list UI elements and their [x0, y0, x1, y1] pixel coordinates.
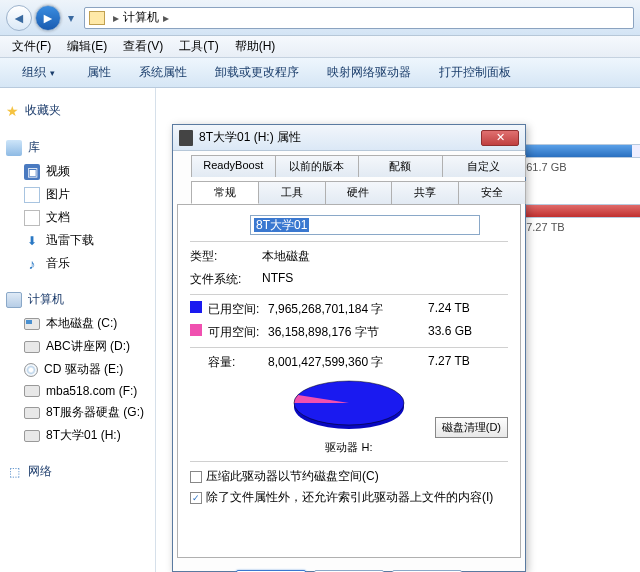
libraries-header[interactable]: 库 — [6, 139, 149, 156]
menu-tools[interactable]: 工具(T) — [171, 36, 226, 57]
drive-icon — [24, 430, 40, 442]
computer-header[interactable]: 计算机 — [6, 291, 149, 308]
tab-security[interactable]: 安全 — [458, 181, 526, 204]
organize-button[interactable]: 组织 — [8, 60, 73, 85]
lib-music[interactable]: ♪音乐 — [6, 252, 149, 275]
fs-value: NTFS — [262, 271, 293, 288]
drive-g[interactable]: 8T服务器硬盘 (G:) — [6, 401, 149, 424]
usage-pie: 磁盘清理(D) — [190, 377, 508, 438]
tab-readyboost[interactable]: ReadyBoost — [191, 155, 276, 177]
menu-help[interactable]: 帮助(H) — [227, 36, 284, 57]
tab-quota[interactable]: 配额 — [358, 155, 443, 177]
dialog-titlebar[interactable]: 8T大学01 (H:) 属性 ✕ — [173, 125, 525, 151]
picture-icon — [24, 187, 40, 203]
properties-button[interactable]: 属性 — [73, 60, 125, 85]
ctrlpanel-button[interactable]: 打开控制面板 — [425, 60, 525, 85]
menu-bar: 文件(F) 编辑(E) 查看(V) 工具(T) 帮助(H) — [0, 36, 640, 58]
used-swatch — [190, 301, 202, 313]
chevron-right-icon: ▸ — [159, 11, 173, 25]
navigation-pane: ★收藏夹 库 ▣视频 图片 文档 ⬇迅雷下载 ♪音乐 计算机 本地磁盘 (C:)… — [0, 88, 156, 572]
breadcrumb[interactable]: 计算机 — [123, 9, 159, 26]
fs-label: 文件系统: — [190, 271, 262, 288]
compress-checkbox-row[interactable]: 压缩此驱动器以节约磁盘空间(C) — [190, 468, 508, 485]
cap-human: 7.27 TB — [428, 354, 494, 371]
properties-dialog: 8T大学01 (H:) 属性 ✕ ReadyBoost 以前的版本 配额 自定义… — [172, 124, 526, 572]
used-label: 已用空间: — [208, 301, 268, 318]
library-icon — [6, 140, 22, 156]
drive-f[interactable]: mba518.com (F:) — [6, 381, 149, 401]
tab-custom[interactable]: 自定义 — [442, 155, 527, 177]
dialog-buttons: 确定 取消 应用(A) — [173, 562, 525, 572]
drive-icon — [24, 385, 40, 397]
address-bar[interactable]: ▸ 计算机 ▸ — [84, 7, 634, 29]
used-bytes: 7,965,268,701,184 字 — [268, 301, 428, 318]
drive-icon — [179, 130, 193, 146]
drive-e[interactable]: CD 驱动器 (E:) — [6, 358, 149, 381]
star-icon: ★ — [6, 103, 19, 119]
cd-icon — [24, 363, 38, 377]
tab-general[interactable]: 常规 — [191, 181, 259, 204]
tab-row-bottom: 常规 工具 硬件 共享 安全 — [173, 181, 525, 204]
close-button[interactable]: ✕ — [481, 130, 519, 146]
dropdown-icon[interactable]: ▾ — [68, 11, 74, 25]
drive-h[interactable]: 8T大学01 (H:) — [6, 424, 149, 447]
network-icon: ⬚ — [6, 464, 22, 480]
document-icon — [24, 210, 40, 226]
mapdrive-button[interactable]: 映射网络驱动器 — [313, 60, 425, 85]
lib-pictures[interactable]: 图片 — [6, 183, 149, 206]
drive-icon — [24, 341, 40, 353]
network-header[interactable]: ⬚网络 — [6, 463, 149, 480]
menu-edit[interactable]: 编辑(E) — [59, 36, 115, 57]
volume-name-input[interactable]: 8T大学01 — [250, 215, 480, 235]
drive-label: 驱动器 H: — [190, 440, 508, 455]
checkbox-icon[interactable] — [190, 471, 202, 483]
chevron-right-icon: ▸ — [109, 11, 123, 25]
download-icon: ⬇ — [24, 233, 40, 249]
tab-tools[interactable]: 工具 — [258, 181, 326, 204]
cap-label: 容量: — [208, 354, 268, 371]
drive-icon — [24, 407, 40, 419]
dialog-title: 8T大学01 (H:) 属性 — [199, 129, 301, 146]
navigation-bar: ◄ ► ▾ ▸ 计算机 ▸ — [0, 0, 640, 36]
video-icon: ▣ — [24, 164, 40, 180]
lib-thunder[interactable]: ⬇迅雷下载 — [6, 229, 149, 252]
free-human: 33.6 GB — [428, 324, 494, 341]
free-label: 可用空间: — [208, 324, 268, 341]
music-icon: ♪ — [24, 256, 40, 272]
drive-d[interactable]: ABC讲座网 (D:) — [6, 335, 149, 358]
drive-icon — [24, 318, 40, 330]
favorites-header[interactable]: ★收藏夹 — [6, 102, 149, 119]
lib-documents[interactable]: 文档 — [6, 206, 149, 229]
index-checkbox-row[interactable]: ✓除了文件属性外，还允许索引此驱动器上文件的内容(I) — [190, 489, 508, 506]
free-bytes: 36,158,898,176 字节 — [268, 324, 428, 341]
menu-file[interactable]: 文件(F) — [4, 36, 59, 57]
back-button[interactable]: ◄ — [6, 5, 32, 31]
computer-icon — [6, 292, 22, 308]
uninstall-button[interactable]: 卸载或更改程序 — [201, 60, 313, 85]
capacity-h: , 共 7.27 TB — [506, 204, 640, 235]
tab-previous[interactable]: 以前的版本 — [275, 155, 360, 177]
free-swatch — [190, 324, 202, 336]
used-human: 7.24 TB — [428, 301, 494, 318]
capacity-c: , 共 61.7 GB — [506, 144, 640, 175]
tab-sharing[interactable]: 共享 — [391, 181, 459, 204]
sysprops-button[interactable]: 系统属性 — [125, 60, 201, 85]
tab-row-top: ReadyBoost 以前的版本 配额 自定义 — [173, 155, 525, 177]
checkbox-icon[interactable]: ✓ — [190, 492, 202, 504]
menu-view[interactable]: 查看(V) — [115, 36, 171, 57]
type-label: 类型: — [190, 248, 262, 265]
computer-icon — [89, 11, 105, 25]
command-bar: 组织 属性 系统属性 卸载或更改程序 映射网络驱动器 打开控制面板 — [0, 58, 640, 88]
general-tab-panel: 8T大学01 类型:本地磁盘 文件系统:NTFS 已用空间:7,965,268,… — [177, 204, 521, 558]
cap-bytes: 8,001,427,599,360 字 — [268, 354, 428, 371]
forward-button[interactable]: ► — [35, 5, 61, 31]
type-value: 本地磁盘 — [262, 248, 310, 265]
lib-videos[interactable]: ▣视频 — [6, 160, 149, 183]
tab-hardware[interactable]: 硬件 — [325, 181, 393, 204]
drive-c[interactable]: 本地磁盘 (C:) — [6, 312, 149, 335]
disk-cleanup-button[interactable]: 磁盘清理(D) — [435, 417, 508, 438]
